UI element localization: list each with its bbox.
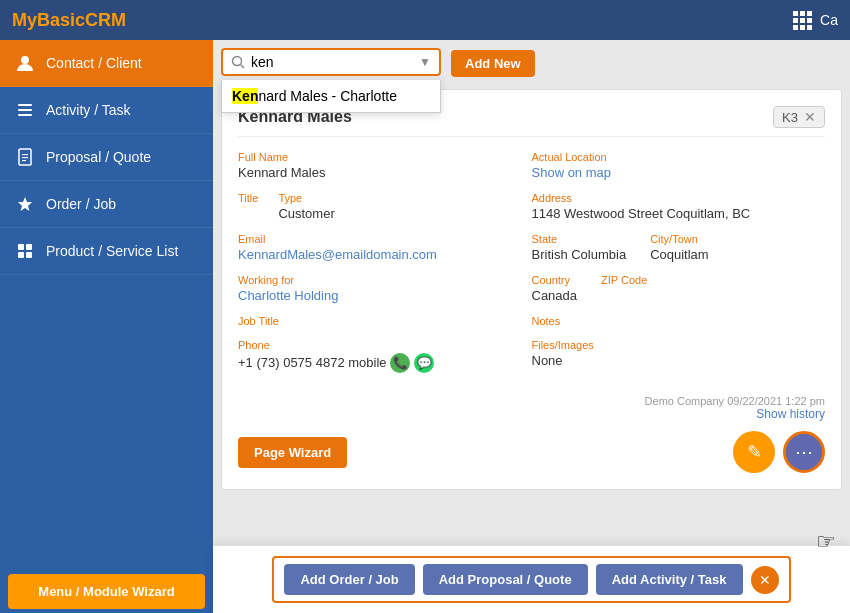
fab-group: ✎ ⋯: [733, 431, 825, 473]
sidebar-item-label: Proposal / Quote: [46, 149, 151, 165]
field-full-name: Full Name Kennard Males: [238, 151, 532, 180]
list-icon: [14, 99, 36, 121]
svg-marker-8: [18, 197, 32, 211]
field-actual-location: Actual Location Show on map: [532, 151, 826, 180]
svg-rect-2: [18, 109, 32, 111]
field-job-title: Job Title: [238, 315, 532, 327]
field-value-city: Coquitlam: [650, 247, 709, 262]
card-actions: Page Wizard ✎ ⋯: [238, 431, 825, 473]
star-icon: [14, 193, 36, 215]
field-value-working-for[interactable]: Charlotte Holding: [238, 288, 516, 303]
more-fab-button[interactable]: ⋯: [783, 431, 825, 473]
field-label-notes: Notes: [532, 315, 810, 327]
field-value-phone: +1 (73) 0575 4872 mobile 📞 💬: [238, 353, 516, 373]
right-column: Actual Location Show on map Address 1148…: [532, 151, 826, 385]
field-zip: ZIP Code: [601, 274, 647, 303]
add-new-button[interactable]: Add New: [451, 50, 535, 77]
field-label-type: Type: [278, 192, 334, 204]
search-dropdown: Kennard Males - Charlotte: [221, 80, 441, 113]
field-country: Country Canada: [532, 274, 578, 303]
whatsapp-icon[interactable]: 💬: [414, 353, 434, 373]
sidebar-item-product-service[interactable]: Product / Service List: [0, 228, 213, 275]
fields-grid: Full Name Kennard Males Title Type Custo…: [238, 151, 825, 385]
sidebar-item-label: Order / Job: [46, 196, 116, 212]
search-bar[interactable]: ▼: [221, 48, 441, 76]
svg-point-13: [233, 57, 242, 66]
phone-icons: 📞 💬: [390, 353, 434, 373]
search-container: ▼ Kennard Males - Charlotte: [221, 48, 441, 76]
field-label-state: State: [532, 233, 627, 245]
svg-rect-11: [18, 252, 24, 258]
field-label-city: City/Town: [650, 233, 709, 245]
field-state-city: State British Columbia City/Town Coquitl…: [532, 233, 826, 262]
field-email: Email KennardMales@emaildomain.com: [238, 233, 532, 262]
grid-menu-icon[interactable]: [793, 11, 812, 30]
search-highlight: Ken: [232, 88, 258, 104]
field-files: Files/Images None: [532, 339, 826, 368]
sidebar-item-label: Product / Service List: [46, 243, 178, 259]
field-label-full-name: Full Name: [238, 151, 516, 163]
grid-small-icon: [14, 240, 36, 262]
sidebar-item-label: Contact / Client: [46, 55, 142, 71]
bottom-bar-close-button[interactable]: ✕: [751, 566, 779, 594]
field-label-email: Email: [238, 233, 516, 245]
edit-fab-button[interactable]: ✎: [733, 431, 775, 473]
svg-rect-6: [22, 157, 28, 158]
field-value-country: Canada: [532, 288, 578, 303]
field-value-full-name: Kennard Males: [238, 165, 516, 180]
search-result-item[interactable]: Kennard Males - Charlotte: [222, 80, 440, 112]
field-country-zip: Country Canada ZIP Code: [532, 274, 826, 303]
sidebar-item-activity-task[interactable]: Activity / Task: [0, 87, 213, 134]
field-phone: Phone +1 (73) 0575 4872 mobile 📞 💬: [238, 339, 532, 373]
svg-point-0: [21, 56, 29, 64]
top-bar: ▼ Kennard Males - Charlotte Add New: [221, 48, 842, 83]
person-icon: [14, 52, 36, 74]
sidebar-item-order-job[interactable]: Order / Job: [0, 181, 213, 228]
field-label-phone: Phone: [238, 339, 516, 351]
add-proposal-quote-button[interactable]: Add Proposal / Quote: [423, 564, 588, 595]
header-right: Ca: [793, 11, 838, 30]
app-logo: MyBasicCRM: [12, 10, 126, 31]
contact-card: Kennard Males K3 ✕ Full Name Kennard Mal…: [221, 89, 842, 490]
dropdown-arrow-icon[interactable]: ▼: [419, 55, 431, 69]
field-city: City/Town Coquitlam: [650, 233, 709, 262]
card-footer: Demo Company 09/22/2021 1:22 pm Show his…: [238, 395, 825, 421]
svg-rect-3: [18, 114, 32, 116]
main-content: ▼ Kennard Males - Charlotte Add New Kenn…: [213, 40, 850, 613]
sidebar-item-proposal-quote[interactable]: Proposal / Quote: [0, 134, 213, 181]
bottom-action-bar: Add Order / Job Add Proposal / Quote Add…: [213, 545, 850, 613]
search-result-rest: nard Males - Charlotte: [258, 88, 397, 104]
field-title-type: Title Type Customer: [238, 192, 532, 221]
app-header: MyBasicCRM Ca: [0, 0, 850, 40]
field-label-country: Country: [532, 274, 578, 286]
card-close-button[interactable]: ✕: [804, 109, 816, 125]
field-label-address: Address: [532, 192, 810, 204]
svg-rect-7: [22, 160, 26, 161]
card-badge: K3 ✕: [773, 106, 825, 128]
field-label-files: Files/Images: [532, 339, 810, 351]
add-order-job-button[interactable]: Add Order / Job: [284, 564, 414, 595]
svg-rect-9: [18, 244, 24, 250]
svg-line-14: [241, 65, 245, 69]
bottom-bar-wrapper: Add Order / Job Add Proposal / Quote Add…: [272, 556, 790, 603]
field-value-address: 1148 Westwood Street Coquitlam, BC: [532, 206, 810, 221]
doc-icon: [14, 146, 36, 168]
field-type: Type Customer: [278, 192, 334, 221]
svg-rect-5: [22, 154, 28, 155]
logo-text-highlight: CRM: [85, 10, 126, 30]
svg-rect-12: [26, 252, 32, 258]
field-title: Title: [238, 192, 258, 221]
page-wizard-button[interactable]: Page Wizard: [238, 437, 347, 468]
show-history-link[interactable]: Show history: [238, 407, 825, 421]
left-column: Full Name Kennard Males Title Type Custo…: [238, 151, 532, 385]
field-value-show-map[interactable]: Show on map: [532, 165, 810, 180]
search-input[interactable]: [251, 54, 413, 70]
menu-wizard-button[interactable]: Menu / Module Wizard: [8, 574, 205, 609]
field-working-for: Working for Charlotte Holding: [238, 274, 532, 303]
phone-icon[interactable]: 📞: [390, 353, 410, 373]
field-value-files: None: [532, 353, 810, 368]
header-user-label: Ca: [820, 12, 838, 28]
sidebar-item-contact-client[interactable]: Contact / Client: [0, 40, 213, 87]
add-activity-task-button[interactable]: Add Activity / Task: [596, 564, 743, 595]
field-value-email[interactable]: KennardMales@emaildomain.com: [238, 247, 516, 262]
